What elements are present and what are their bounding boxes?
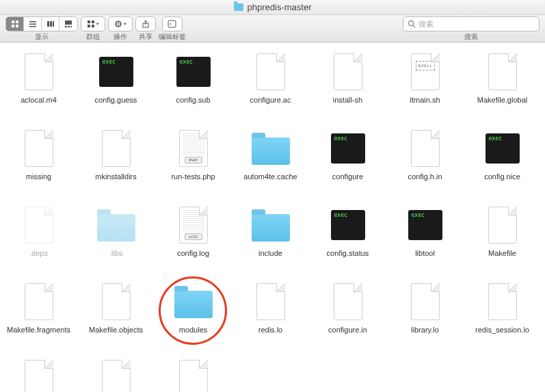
file-label: config.guess	[94, 96, 139, 105]
file-item[interactable]: install-sh	[309, 48, 386, 125]
file-icon	[179, 360, 208, 392]
file-label: redis.lo	[257, 326, 284, 335]
icon-view-button[interactable]	[6, 17, 24, 31]
file-item[interactable]: redis_array.lo	[0, 354, 77, 392]
file-item[interactable]: config.status	[309, 201, 386, 278]
file-label: ltmain.sh	[408, 96, 441, 105]
svg-line-23	[413, 25, 415, 27]
tags-button[interactable]	[162, 16, 183, 31]
column-view-button[interactable]	[42, 17, 59, 31]
file-item[interactable]: config.nice	[464, 125, 541, 201]
exec-icon	[331, 210, 365, 240]
svg-rect-4	[29, 21, 36, 23]
file-icon: PHP	[179, 130, 208, 167]
file-label: configure.ac	[249, 96, 293, 105]
file-label: redis_session.lo	[474, 326, 531, 335]
file-item[interactable]: configure.in	[309, 278, 386, 354]
group-by-button[interactable]: ▾	[81, 16, 105, 31]
folder-icon	[252, 138, 290, 165]
tag-icon	[168, 20, 177, 28]
file-label: Makefile.global	[476, 96, 529, 105]
file-item[interactable]: library.lo	[386, 278, 464, 354]
file-label: autom4te.cache	[242, 172, 298, 181]
file-item[interactable]: SHELLltmain.sh	[386, 48, 464, 125]
svg-rect-11	[65, 26, 67, 27]
file-icon	[25, 360, 53, 392]
file-icon	[488, 207, 517, 244]
file-item[interactable]: Makefile	[464, 201, 541, 278]
file-item[interactable]: autom4te.cache	[232, 125, 309, 201]
file-item[interactable]: config.sub	[155, 48, 232, 125]
exec-icon	[176, 57, 211, 87]
file-icon	[256, 283, 285, 320]
file-item[interactable]: modules	[155, 278, 232, 354]
search-label: 搜索	[464, 32, 478, 42]
action-button[interactable]: ▾	[108, 16, 133, 31]
file-label: include	[257, 249, 284, 258]
file-item[interactable]: redis.la	[155, 354, 232, 392]
file-item[interactable]: LOGconfig.log	[155, 201, 232, 278]
view-mode-group: 显示	[5, 16, 78, 42]
folder-icon	[97, 214, 135, 241]
file-item[interactable]: .libs	[77, 201, 155, 278]
file-item[interactable]: config.h.in	[386, 125, 464, 201]
gallery-view-button[interactable]	[59, 17, 77, 31]
file-label: config.h.in	[406, 172, 443, 181]
tags-label: 编辑标签	[159, 32, 186, 42]
svg-point-19	[118, 23, 119, 25]
file-grid[interactable]: aclocal.m4config.guessconfig.subconfigur…	[0, 42, 545, 392]
chevron-down-icon: ▾	[96, 21, 99, 27]
file-icon	[25, 207, 53, 244]
svg-rect-9	[53, 21, 54, 27]
file-icon	[25, 283, 53, 320]
group-by-group: ▾ 群组	[81, 16, 105, 42]
svg-rect-6	[29, 26, 36, 27]
svg-rect-12	[68, 26, 70, 27]
file-item[interactable]: config.guess	[77, 48, 155, 125]
folder-icon	[252, 214, 290, 241]
file-item[interactable]: aclocal.m4	[0, 48, 77, 125]
file-item[interactable]: missing	[0, 125, 77, 201]
svg-point-21	[170, 23, 171, 25]
file-label: configure	[331, 172, 364, 181]
file-item[interactable]: .deps	[0, 201, 77, 278]
file-item[interactable]: redis_session.lo	[464, 278, 541, 354]
file-item[interactable]: PHPrun-tests.php	[155, 125, 232, 201]
file-label: .libs	[108, 249, 124, 258]
gallery-icon	[64, 20, 72, 28]
search-input[interactable]: 搜索	[403, 16, 540, 31]
exec-icon	[99, 57, 133, 87]
file-item[interactable]: redis.lo	[232, 278, 309, 354]
file-icon	[334, 53, 362, 90]
file-label: missing	[25, 172, 53, 181]
file-label: library.lo	[410, 326, 440, 335]
share-button[interactable]	[135, 16, 156, 31]
file-icon	[411, 130, 440, 167]
exec-icon	[486, 133, 520, 164]
file-label: config.nice	[483, 172, 522, 181]
action-label: 操作	[114, 32, 127, 42]
file-item[interactable]: configure.ac	[232, 48, 309, 125]
group-label: 群组	[86, 32, 100, 42]
svg-rect-15	[92, 21, 94, 23]
share-group: 共享	[135, 16, 156, 42]
file-label: Makefile	[487, 249, 518, 258]
file-label: libtool	[414, 249, 436, 258]
toolbar: 显示 ▾ 群组 ▾ 操作 共享 编辑标签 搜索 搜索	[0, 15, 545, 42]
file-item[interactable]: mkinstalldirs	[77, 125, 155, 201]
gear-icon	[114, 20, 122, 28]
file-icon	[488, 53, 517, 90]
file-item[interactable]: libtool	[386, 201, 464, 278]
file-item[interactable]: Makefile.objects	[77, 278, 155, 354]
svg-rect-7	[47, 21, 49, 27]
svg-rect-17	[92, 25, 94, 27]
file-item[interactable]: include	[232, 201, 309, 278]
file-icon	[256, 53, 285, 90]
file-label: Makefile.objects	[88, 326, 144, 335]
file-item[interactable]: configure	[309, 125, 386, 201]
list-view-button[interactable]	[24, 17, 42, 31]
file-item[interactable]: Makefile.global	[464, 48, 541, 125]
folder-icon	[174, 291, 213, 318]
file-item[interactable]: Makefile.fragments	[0, 278, 77, 354]
file-item[interactable]: redis_array_impl.lo	[77, 354, 155, 392]
